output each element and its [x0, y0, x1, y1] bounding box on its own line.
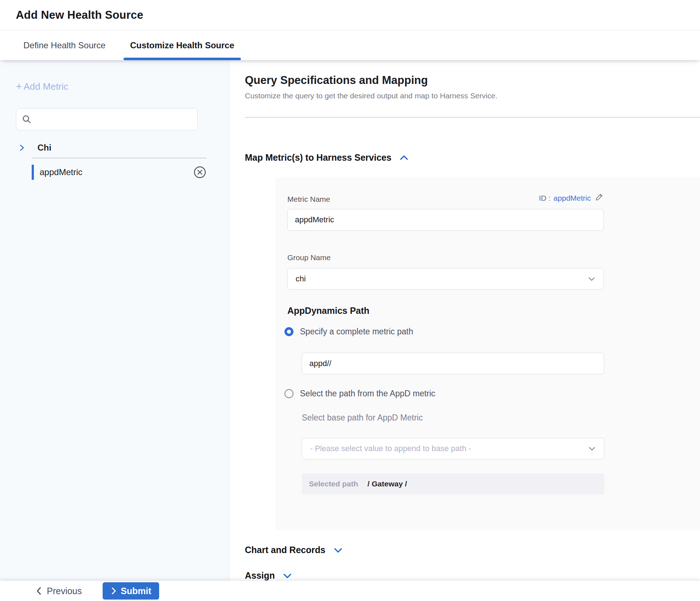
- chevron-right-icon: [18, 144, 26, 152]
- radio-label: Specify a complete metric path: [300, 327, 413, 337]
- map-metrics-section-title: Map Metric(s) to Harness Services: [245, 152, 391, 163]
- metric-group-chi[interactable]: Chi: [16, 143, 207, 153]
- edit-pencil-icon[interactable]: [594, 192, 604, 204]
- remove-circle-icon: [193, 166, 206, 179]
- previous-label: Previous: [47, 586, 82, 596]
- section-title: Query Specifications and Mapping: [245, 74, 700, 87]
- plus-icon: +: [16, 81, 22, 92]
- appdynamics-path-title: AppDynamics Path: [287, 306, 700, 316]
- previous-button[interactable]: Previous: [35, 586, 82, 596]
- tab-bar: Define Health Source Customize Health So…: [0, 30, 700, 60]
- add-metric-button[interactable]: + Add Metric: [16, 81, 68, 92]
- chevron-down-icon: [282, 572, 293, 580]
- content-divider: [245, 117, 700, 117]
- chevron-down-icon: [588, 276, 596, 281]
- chevron-down-icon: [588, 446, 596, 451]
- metric-item-appdmetric[interactable]: appdMetric: [32, 164, 206, 181]
- active-tab-underline: [124, 58, 241, 60]
- base-path-placeholder: - Please select value to append to base …: [310, 444, 471, 453]
- chart-and-records-title: Chart and Records: [245, 545, 326, 555]
- dialog-header: Add New Health Source: [0, 0, 700, 30]
- radio-selected-icon[interactable]: [284, 327, 293, 336]
- assign-title: Assign: [245, 570, 275, 581]
- dialog-footer: Previous Submit: [0, 581, 700, 601]
- selected-path-row: Selected path / Gateway /: [302, 473, 604, 494]
- metric-name-input[interactable]: [287, 209, 604, 231]
- tab-label: Customize Health Source: [130, 40, 234, 50]
- selected-indicator: [32, 165, 34, 180]
- metric-group-label: Chi: [37, 143, 51, 153]
- base-path-label: Select base path for AppD Metric: [302, 413, 700, 423]
- map-metrics-form: Metric Name ID : appdMetric: [275, 177, 700, 530]
- chevron-up-icon: [399, 154, 409, 162]
- radio-label: Select the path from the AppD metric: [300, 389, 435, 399]
- selected-path-value: / Gateway /: [368, 480, 407, 488]
- complete-metric-path-input[interactable]: [302, 353, 604, 374]
- tree-divider: [32, 158, 206, 158]
- metric-tree: Chi appdMetric: [16, 143, 207, 181]
- metric-id-value[interactable]: appdMetric: [553, 194, 591, 202]
- base-path-select[interactable]: - Please select value to append to base …: [302, 438, 604, 459]
- dialog-body: + Add Metric Chi: [0, 60, 700, 581]
- metric-search-box[interactable]: [16, 108, 198, 130]
- group-name-value: chi: [296, 274, 306, 284]
- chevron-right-icon: [111, 587, 117, 595]
- main-panel: Query Specifications and Mapping Customi…: [229, 60, 700, 581]
- tab-customize-health-source[interactable]: Customize Health Source: [124, 30, 241, 60]
- radio-select-path-from-appd[interactable]: Select the path from the AppD metric: [284, 389, 700, 399]
- assign-section-toggle[interactable]: Assign: [245, 570, 700, 581]
- radio-complete-metric-path[interactable]: Specify a complete metric path: [284, 327, 700, 337]
- page-title: Add New Health Source: [16, 9, 143, 22]
- tab-define-health-source[interactable]: Define Health Source: [23, 30, 106, 60]
- selected-path-label: Selected path: [309, 480, 358, 488]
- id-prefix-label: ID :: [539, 194, 551, 202]
- radio-unselected-icon[interactable]: [284, 389, 293, 398]
- section-subtitle: Customize the query to get the desired o…: [245, 92, 700, 100]
- chevron-down-icon: [333, 546, 344, 554]
- metric-search-input[interactable]: [36, 115, 192, 124]
- group-name-select[interactable]: chi: [287, 268, 604, 290]
- group-name-label: Group Name: [287, 253, 700, 262]
- add-health-source-dialog: Add New Health Source Define Health Sour…: [0, 0, 700, 601]
- metrics-sidebar: + Add Metric Chi: [0, 60, 229, 581]
- tab-label: Define Health Source: [23, 40, 106, 50]
- add-metric-label: Add Metric: [24, 81, 68, 92]
- submit-button[interactable]: Submit: [103, 582, 159, 600]
- metric-item-label: appdMetric: [40, 167, 193, 177]
- chart-and-records-section-toggle[interactable]: Chart and Records: [245, 545, 700, 555]
- map-metrics-section-toggle[interactable]: Map Metric(s) to Harness Services: [245, 152, 700, 163]
- remove-metric-button[interactable]: [193, 166, 206, 179]
- metric-name-label: Metric Name: [287, 195, 330, 204]
- search-icon: [22, 115, 31, 124]
- metric-id-row: ID : appdMetric: [539, 192, 604, 204]
- submit-label: Submit: [121, 586, 151, 596]
- chevron-left-icon: [35, 586, 42, 596]
